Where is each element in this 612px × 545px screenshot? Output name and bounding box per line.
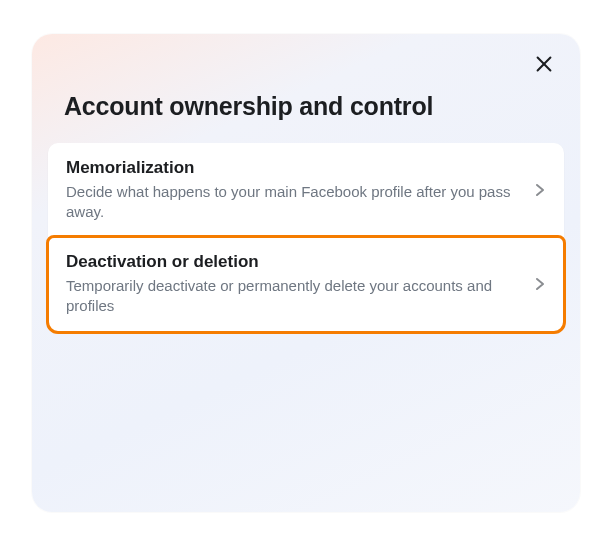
list-item-title: Memorialization <box>66 158 522 178</box>
close-icon <box>533 53 555 78</box>
list-item-content: Deactivation or deletion Temporarily dea… <box>66 252 534 317</box>
settings-list: Memorialization Decide what happens to y… <box>48 143 564 332</box>
list-item-title: Deactivation or deletion <box>66 252 522 272</box>
list-item-description: Decide what happens to your main Faceboo… <box>66 182 522 223</box>
page-title: Account ownership and control <box>32 82 580 143</box>
chevron-right-icon <box>534 276 546 292</box>
list-item-deactivation-deletion[interactable]: Deactivation or deletion Temporarily dea… <box>48 237 564 332</box>
list-item-description: Temporarily deactivate or permanently de… <box>66 276 522 317</box>
list-item-content: Memorialization Decide what happens to y… <box>66 158 534 223</box>
list-item-memorialization[interactable]: Memorialization Decide what happens to y… <box>48 143 564 238</box>
chevron-right-icon <box>534 182 546 198</box>
close-button[interactable] <box>530 52 558 80</box>
modal-account-ownership: Account ownership and control Memorializ… <box>32 34 580 512</box>
